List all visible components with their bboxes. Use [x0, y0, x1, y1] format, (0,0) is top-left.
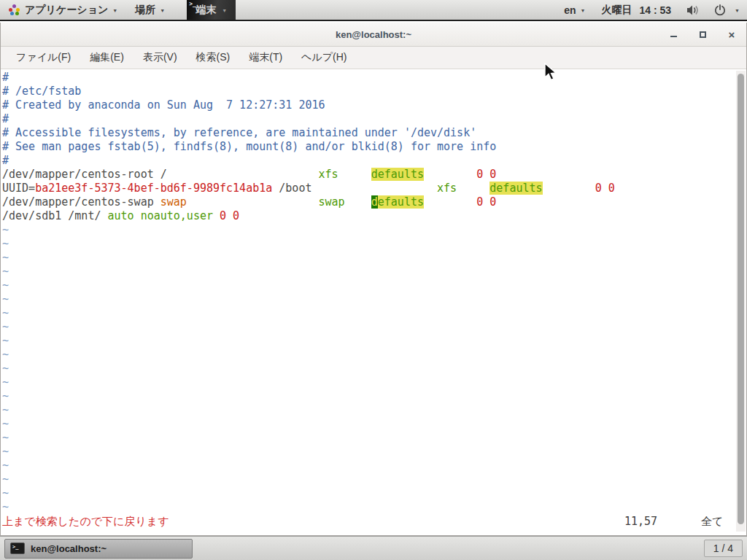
vim-segment-text — [338, 168, 371, 181]
maximize-button[interactable] — [697, 28, 708, 40]
applications-menu[interactable]: アプリケーション ▼ — [0, 0, 126, 20]
terminal-icon — [10, 542, 25, 554]
close-button[interactable]: × — [726, 28, 738, 40]
chevron-down-icon: ▼ — [222, 8, 227, 13]
vim-line: ~ — [2, 376, 615, 389]
scrollbar[interactable] — [736, 71, 746, 532]
vim-segment-text — [457, 182, 489, 195]
vim-line: ~ — [2, 472, 615, 486]
scrollbar-thumb[interactable] — [738, 74, 744, 524]
clock-day: 火曜日 — [601, 4, 632, 17]
vim-file-scope: 全て — [701, 515, 723, 529]
applications-icon — [9, 4, 20, 16]
taskbar-window-button[interactable]: ken@localhost:~ — [4, 539, 193, 559]
keyboard-layout-label: en — [564, 4, 576, 16]
vim-segment-tilde: ~ — [2, 279, 9, 292]
menubar-item[interactable]: ファイル(F) — [7, 47, 80, 68]
vim-line: # — [2, 71, 615, 85]
places-menu[interactable]: 場所 ▼ — [126, 0, 174, 20]
vim-segment-text — [311, 182, 437, 195]
vim-segment-comment: # Accessible filesystems, by reference, … — [2, 126, 476, 139]
vim-segment-text: /dev/mapper/centos-root / — [2, 168, 318, 181]
vim-segment-text — [424, 168, 476, 181]
vim-segment-comment: # Created by anaconda on Sun Aug 7 12:27… — [2, 98, 325, 112]
vim-segment-tilde: ~ — [2, 237, 9, 250]
speaker-icon[interactable] — [681, 4, 705, 16]
vim-segment-tilde: ~ — [2, 223, 9, 236]
taskbar-window-label: ken@localhost:~ — [31, 543, 107, 554]
vim-line: ~ — [2, 320, 615, 334]
vim-line: # — [2, 112, 615, 126]
terminal-screen[interactable]: ## /etc/fstab# Created by anaconda on Su… — [1, 69, 746, 534]
panel-status-area: en ▼ 火曜日 14 : 53 ▼ — [557, 4, 747, 17]
vim-segment-tilde: ~ — [2, 320, 9, 333]
window-controls: × — [667, 23, 738, 46]
vim-segment-text: /dev/mapper/centos-swap — [2, 195, 160, 209]
vim-segment-hl: defaults — [371, 168, 424, 181]
vim-segment-tilde: ~ — [2, 334, 9, 347]
vim-segment-text — [187, 195, 319, 209]
vim-segment-red: 0 0 — [220, 209, 239, 222]
vim-segment-green: xfs — [437, 182, 457, 195]
vim-segment-text — [424, 195, 476, 209]
vim-line: ~ — [2, 265, 615, 279]
places-menu-label: 場所 — [135, 4, 155, 17]
vim-line: # Created by anaconda on Sun Aug 7 12:27… — [2, 98, 615, 112]
workspace-pager[interactable]: 1 / 4 — [704, 540, 743, 557]
vim-line: ~ — [2, 279, 615, 292]
menubar-item[interactable]: ヘルプ(H) — [292, 47, 356, 68]
vim-line: ~ — [2, 334, 615, 348]
applications-menu-label: アプリケーション — [25, 4, 108, 17]
chevron-down-icon: ▼ — [160, 8, 165, 13]
vim-line: ~ — [2, 223, 615, 237]
vim-segment-red: ba21ee3f-5373-4bef-bd6f-9989fc14ab1a — [35, 182, 272, 195]
vim-segment-tilde: ~ — [2, 292, 9, 306]
vim-segment-hl: defaults — [489, 182, 542, 195]
vim-segment-tilde: ~ — [2, 306, 9, 319]
terminal-window: ken@localhost:~ × ファイル(F)編集(E)表示(V)検索(S)… — [0, 23, 747, 536]
vim-segment-tilde: ~ — [2, 472, 9, 486]
vim-segment-green: swap — [319, 195, 345, 209]
vim-segment-tilde: ~ — [2, 265, 9, 278]
vim-segment-orange: swap — [160, 195, 187, 209]
vim-segment-tilde: ~ — [2, 500, 9, 513]
vim-line: ~ — [2, 403, 615, 417]
vim-line: ~ — [2, 348, 615, 362]
vim-segment-tilde: ~ — [2, 445, 9, 458]
vim-segment-text — [213, 209, 220, 222]
vim-line: ~ — [2, 292, 615, 306]
vim-line: ~ — [2, 362, 615, 376]
vim-segment-text: /dev/sdb1 /mnt/ — [2, 209, 108, 222]
vim-segment-hl: efaults — [378, 195, 424, 209]
vim-segment-tilde: ~ — [2, 362, 9, 375]
clock-time: 14 : 53 — [639, 4, 671, 16]
chevron-down-icon[interactable]: ▼ — [735, 8, 740, 13]
minimize-button[interactable] — [667, 28, 679, 40]
vim-segment-tilde: ~ — [2, 431, 9, 444]
vim-segment-tilde: ~ — [2, 251, 9, 264]
vim-segment-red: 0 0 — [595, 182, 615, 195]
terminal-icon: >_ — [189, 1, 196, 7]
vim-line: ~ — [2, 389, 615, 403]
active-app-menu-terminal[interactable]: >_ 端末 ▼ — [187, 0, 236, 20]
menubar-item[interactable]: 端末(T) — [239, 47, 292, 68]
vim-cursor-position: 11,57 — [624, 515, 657, 529]
titlebar[interactable]: ken@localhost:~ × — [1, 23, 746, 47]
vim-line: /dev/mapper/centos-swap swap swap defaul… — [2, 195, 615, 209]
taskbar: ken@localhost:~ 1 / 4 — [0, 536, 747, 560]
clock[interactable]: 火曜日 14 : 53 — [595, 4, 678, 17]
vim-segment-green: xfs — [318, 168, 338, 181]
menubar-item[interactable]: 検索(S) — [187, 47, 240, 68]
vim-line: ~ — [2, 500, 615, 514]
vim-line: /dev/sdb1 /mnt/ auto noauto,user 0 0 — [2, 209, 615, 223]
menubar-item[interactable]: 編集(E) — [80, 47, 133, 68]
vim-line: ~ — [2, 445, 615, 459]
menubar-item[interactable]: 表示(V) — [133, 47, 187, 68]
vim-segment-comment: # /etc/fstab — [2, 85, 81, 98]
vim-segment-text — [543, 182, 595, 195]
vim-line: ~ — [2, 431, 615, 445]
power-icon[interactable] — [708, 4, 732, 16]
keyboard-layout-indicator[interactable]: en ▼ — [557, 4, 592, 16]
vim-segment-comment: # — [2, 154, 9, 167]
active-app-label: 端末 — [196, 4, 216, 17]
